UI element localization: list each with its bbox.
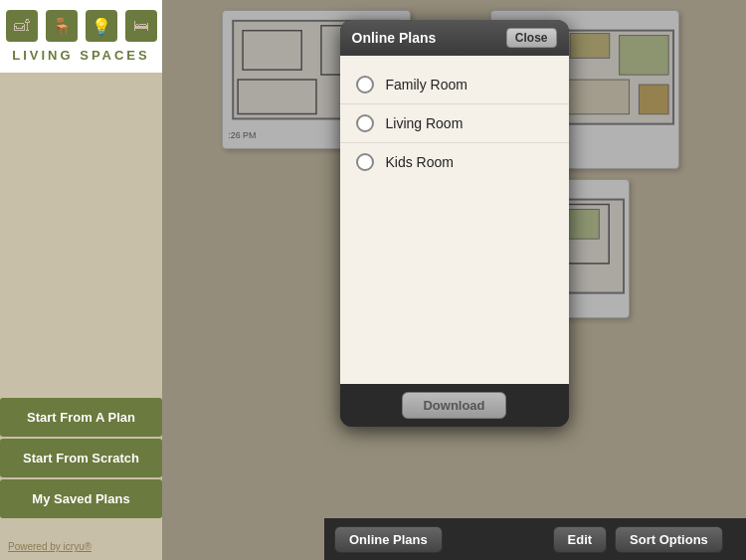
modal-header: Online Plans Close [340, 20, 569, 56]
my-saved-plans-button[interactable]: My Saved Plans [0, 479, 162, 518]
toolbar-center: Edit Sort Options [553, 526, 723, 553]
online-plans-button[interactable]: Online Plans [334, 526, 443, 553]
radio-living-room[interactable] [356, 114, 374, 132]
radio-family-room[interactable] [356, 76, 374, 93]
online-plans-modal: Online Plans Close Family Room Living Ro… [340, 20, 569, 427]
sofa-icon: 🛋 [6, 10, 38, 42]
plan-name-kids-room: Kids Room [386, 154, 454, 170]
download-button[interactable]: Download [402, 392, 505, 419]
start-from-scratch-button[interactable]: Start From Scratch [0, 439, 162, 477]
modal-footer: Download [340, 384, 569, 427]
plan-item-living-room[interactable]: Living Room [340, 104, 569, 143]
sidebar-spacer [0, 73, 162, 398]
logo-icons: 🛋 🪑 💡 🛏 [6, 10, 157, 42]
modal-close-button[interactable]: Close [506, 28, 557, 48]
start-from-plan-button[interactable]: Start From A Plan [0, 398, 162, 437]
plan-name-family-room: Family Room [386, 77, 467, 93]
sort-options-button[interactable]: Sort Options [615, 526, 723, 553]
modal-body: Family Room Living Room Kids Room [340, 56, 569, 384]
main-area: :26 PM Home Office Fri Aug 9 2013 12:50:… [162, 0, 746, 560]
chair-icon: 🪑 [46, 10, 78, 42]
radio-kids-room[interactable] [356, 153, 374, 171]
plan-name-living-room: Living Room [386, 115, 464, 131]
sidebar: 🛋 🪑 💡 🛏 LIVING SPACES Start From A Plan … [0, 0, 162, 560]
plan-item-family-room[interactable]: Family Room [340, 66, 569, 104]
logo-text: LIVING SPACES [12, 48, 149, 63]
plan-item-kids-room[interactable]: Kids Room [340, 143, 569, 181]
modal-overlay: Online Plans Close Family Room Living Ro… [162, 0, 746, 560]
modal-title: Online Plans [352, 30, 437, 46]
powered-by-link[interactable]: Powered by icryu® [8, 541, 92, 552]
bed-icon: 🛏 [125, 10, 157, 42]
logo-area: 🛋 🪑 💡 🛏 LIVING SPACES [0, 0, 162, 73]
lamp-icon: 💡 [86, 10, 117, 42]
bottom-toolbar: Online Plans Edit Sort Options Close [324, 518, 746, 560]
edit-button[interactable]: Edit [553, 526, 608, 553]
sidebar-buttons: Start From A Plan Start From Scratch My … [0, 398, 162, 520]
